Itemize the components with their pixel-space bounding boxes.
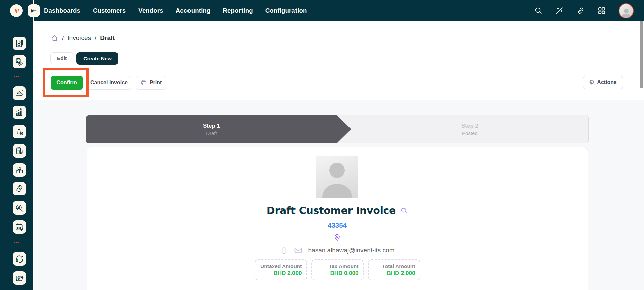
calculator-coins-icon (15, 57, 24, 66)
sidebar-collapse-button[interactable]: ⇤ (28, 4, 40, 17)
documents-folder-icon (15, 274, 24, 282)
person-silhouette-icon (621, 8, 632, 18)
stat-untaxed-amount: Untaxed Amount BHD 2.000 (255, 259, 307, 280)
breadcrumb-draft: Draft (100, 34, 115, 42)
actions-label: Actions (597, 79, 617, 85)
sidebar-item-recruitment[interactable] (13, 201, 26, 215)
apps-grid-icon[interactable] (597, 6, 606, 15)
menu-customers[interactable]: Customers (93, 7, 126, 14)
zoom-search-icon[interactable] (400, 207, 408, 214)
main-menu: Dashboards Customers Vendors Accounting … (44, 0, 307, 21)
packages-icon (15, 166, 24, 174)
main-content: / Invoices / Draft Edit Create New Confi… (33, 21, 644, 290)
edit-button[interactable]: Edit (50, 52, 73, 64)
stat-tax-amount: Tax Amount BHD 0.000 (311, 259, 364, 280)
sidebar-item-sales-growth[interactable] (13, 106, 26, 119)
stat-label: Total Amount (373, 263, 415, 269)
step-title: Step 1 (203, 123, 220, 129)
page-title: Draft Customer Invoice (267, 205, 396, 216)
link-icon[interactable] (576, 6, 585, 15)
sidebar-item-billing[interactable] (13, 144, 26, 158)
menu-accounting[interactable]: Accounting (176, 7, 211, 14)
logo-zigzag-icon (12, 7, 20, 15)
user-avatar[interactable] (619, 3, 634, 18)
location-link[interactable] (333, 234, 341, 243)
invoice-title-row: Draft Customer Invoice (267, 205, 408, 216)
headset-icon (15, 254, 24, 263)
stat-label: Untaxed Amount (260, 263, 302, 269)
sidebar-item-accounting[interactable] (13, 55, 26, 68)
envelope-icon (294, 246, 302, 254)
invoice-card: Draft Customer Invoice 43354 (87, 147, 588, 290)
page-body: Step 1 Draft Step 2 Posted Draft Cu (33, 100, 644, 290)
bag-add-icon (15, 127, 24, 136)
mobile-phone-icon (280, 246, 288, 254)
print-label: Print (150, 80, 162, 86)
calendar-check-icon (15, 223, 24, 231)
home-icon[interactable] (51, 34, 58, 42)
invoice-number[interactable]: 43354 (328, 221, 347, 229)
candidate-search-icon (15, 204, 24, 212)
step-title: Step 2 (461, 123, 478, 129)
service-hand-icon (15, 89, 24, 98)
menu-vendors[interactable]: Vendors (138, 7, 163, 14)
location-pin-icon (333, 234, 341, 241)
stat-total-amount: Total Amount BHD 2.000 (368, 259, 420, 280)
sidebar-item-services[interactable] (13, 86, 26, 100)
customer-email[interactable]: hasan.alhawaj@invent-its.com (308, 247, 395, 254)
step-draft[interactable]: Step 1 Draft (86, 115, 351, 143)
sidebar-separator (33, 0, 34, 290)
pos-terminal-icon (15, 184, 24, 193)
breadcrumb-separator: / (62, 34, 64, 42)
menu-dashboards[interactable]: Dashboards (44, 7, 80, 14)
amount-summary: Untaxed Amount BHD 2.000 Tax Amount BHD … (255, 259, 420, 280)
contact-row: hasan.alhawaj@invent-its.com (280, 246, 395, 254)
sidebar-item-pos[interactable] (13, 182, 26, 195)
growth-chart-icon (15, 108, 24, 117)
printer-icon (140, 79, 147, 86)
customer-avatar-placeholder (316, 156, 358, 198)
vertical-scrollbar[interactable] (640, 21, 643, 88)
status-stepper: Step 1 Draft Step 2 Posted (86, 115, 589, 143)
stat-value: BHD 0.000 (316, 270, 359, 277)
step-subtitle: Draft (206, 130, 217, 136)
clipboard-calculator-icon (15, 147, 24, 155)
print-button[interactable]: Print (136, 76, 166, 90)
sidebar-item-planning[interactable] (13, 220, 26, 234)
stat-label: Tax Amount (316, 263, 359, 269)
step-posted[interactable]: Step 2 Posted (351, 115, 588, 143)
breadcrumb: / Invoices / Draft (51, 34, 115, 42)
sidebar-item-support[interactable] (13, 252, 26, 266)
gear-icon: ⚙ (589, 79, 594, 85)
menu-reporting[interactable]: Reporting (223, 7, 253, 14)
cancel-invoice-button[interactable]: Cancel Invoice (87, 76, 131, 90)
person-silhouette-icon (316, 156, 358, 198)
sidebar-overflow-dots-bottom: ••• (0, 240, 33, 245)
sidebar-item-inventory[interactable] (13, 163, 26, 177)
sidebar-item-report-book[interactable] (13, 37, 26, 50)
page-actions: Edit Create New (50, 52, 118, 65)
stat-value: BHD 2.000 (373, 270, 415, 277)
breadcrumb-invoices[interactable]: Invoices (67, 34, 91, 42)
breadcrumb-separator: / (95, 34, 96, 42)
topbar-actions (534, 0, 634, 21)
actions-button[interactable]: ⚙ Actions (583, 76, 623, 89)
app-logo[interactable] (10, 4, 23, 17)
app-sidebar: ••• (0, 21, 33, 290)
stat-value: BHD 2.000 (260, 270, 302, 277)
sidebar-overflow-dots-top: ••• (0, 74, 33, 79)
app-window: ⇤ Dashboards Customers Vendors Accountin… (0, 0, 644, 290)
magic-wand-icon[interactable] (555, 6, 564, 15)
step-subtitle: Posted (462, 130, 478, 136)
sidebar-item-purchase[interactable] (13, 125, 26, 138)
sidebar-item-documents[interactable] (13, 271, 26, 285)
create-new-button[interactable]: Create New (76, 52, 118, 65)
menu-configuration[interactable]: Configuration (265, 7, 307, 14)
search-icon[interactable] (534, 6, 543, 15)
confirm-button[interactable]: Confirm (51, 76, 83, 90)
report-book-icon (15, 39, 24, 48)
